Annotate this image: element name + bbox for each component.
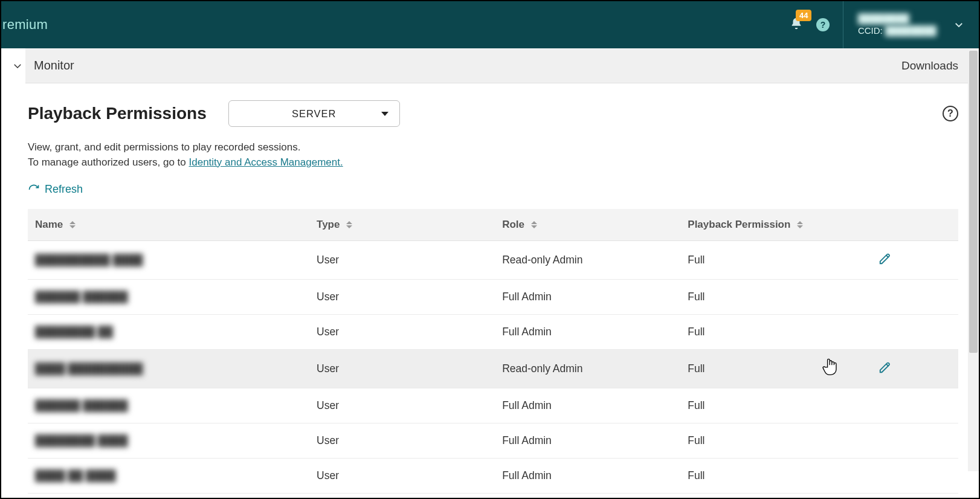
cell-permission: Full [680,279,866,314]
table-row[interactable]: ████████ ██UserFull AdminFull [28,314,958,349]
profile-name: ████████ [858,13,909,25]
top-bar: remium 44 ? ████████ CCID: ████████ [1,1,979,48]
table-row[interactable]: ████ ██ ████UserFull AdminFull [28,458,958,493]
sort-icon [531,221,537,228]
refresh-icon [28,184,40,196]
cell-type: User [309,423,495,458]
cell-permission: Full [680,349,866,388]
cell-permission: Full [680,458,866,493]
cell-role: Read-only Admin [495,349,680,388]
cell-action [866,314,958,349]
cell-name: ████████ ████ [28,423,309,458]
column-header-action [866,209,958,241]
sort-icon [69,221,76,228]
column-header-type[interactable]: Type [309,209,495,241]
profile-menu[interactable]: ████████ CCID: ████████ [843,1,964,48]
cell-type: User [309,240,495,279]
cell-permission: Full [680,388,866,423]
permissions-table: Name Type Role Playback Permission ███ [28,209,958,494]
table-row[interactable]: ██████ ██████UserFull AdminFull [28,279,958,314]
table-row[interactable]: ████████ ████UserFull AdminFull [28,423,958,458]
downloads-link[interactable]: Downloads [901,59,958,72]
ccid-value: ████████ [885,25,936,37]
scrollbar[interactable] [968,48,979,471]
cell-action [866,240,958,279]
cell-name: ████ ██ ████ [28,458,309,493]
user-name: ████████ ██ [35,326,113,338]
ccid-label: CCID: [858,25,883,36]
refresh-label: Refresh [45,183,83,196]
cell-name: ████ ██████████ [28,349,309,388]
page-help-button[interactable]: ? [943,106,958,121]
table-row[interactable]: ████ ██████████UserRead-only AdminFull [28,349,958,388]
column-header-role[interactable]: Role [495,209,680,241]
user-name: ██████ ██████ [35,291,128,303]
section-title: Monitor [34,59,74,72]
cell-type: User [309,349,495,388]
column-header-permission[interactable]: Playback Permission [680,209,866,241]
cell-type: User [309,314,495,349]
cell-permission: Full [680,423,866,458]
user-name: ██████ ██████ [35,399,128,412]
chevron-down-icon [953,19,964,30]
sort-icon [797,221,803,228]
top-bar-right: 44 ? ████████ CCID: ████████ [790,1,964,48]
cell-type: User [309,388,495,423]
cell-role: Full Admin [495,314,680,349]
description-line1: View, grant, and edit permissions to pla… [28,140,958,155]
cell-permission: Full [680,314,866,349]
cell-role: Full Admin [495,388,680,423]
cell-name: ████████ ██ [28,314,309,349]
description: View, grant, and edit permissions to pla… [28,140,958,170]
cell-type: User [309,458,495,493]
section-bar: Monitor Downloads [25,48,979,83]
scrollbar-thumb[interactable] [969,51,978,353]
cell-type: User [309,279,495,314]
server-select[interactable]: SERVER [228,100,400,127]
edit-icon[interactable] [878,361,892,374]
description-line2-prefix: To manage authorized users, go to [28,156,189,168]
sort-icon [346,221,352,228]
notifications-button[interactable]: 44 [790,17,803,33]
help-button[interactable]: ? [816,18,830,31]
user-name: ████ ██ ████ [35,469,116,482]
content-area: Playback Permissions SERVER ? View, gran… [1,83,979,494]
title-row: Playback Permissions SERVER ? [28,100,958,127]
cell-action [866,349,958,388]
identity-access-link[interactable]: Identity and Access Management. [189,156,343,168]
cell-action [866,458,958,493]
notifications-badge: 44 [796,10,811,21]
user-name: ████████ ████ [35,434,128,447]
table-row[interactable]: ██████ ██████UserFull AdminFull [28,388,958,423]
cell-name: ██████████ ████ [28,240,309,279]
page-title: Playback Permissions [28,104,207,123]
cell-role: Full Admin [495,423,680,458]
edit-icon[interactable] [878,252,892,265]
refresh-button[interactable]: Refresh [28,183,83,196]
cell-action [866,279,958,314]
caret-down-icon [381,112,388,116]
profile-text: ████████ CCID: ████████ [858,13,936,37]
cell-permission: Full [680,240,866,279]
cell-role: Read-only Admin [495,240,680,279]
cell-name: ██████ ██████ [28,279,309,314]
product-name-fragment: remium [1,17,48,33]
cell-action [866,423,958,458]
server-select-label: SERVER [292,108,337,120]
cell-role: Full Admin [495,458,680,493]
cell-role: Full Admin [495,279,680,314]
user-name: ████ ██████████ [35,362,143,375]
user-name: ██████████ ████ [35,254,143,266]
cell-name: ██████ ██████ [28,388,309,423]
table-row[interactable]: ██████████ ████UserRead-only AdminFull [28,240,958,279]
chevron-down-icon[interactable] [12,60,23,71]
cell-action [866,388,958,423]
column-header-name[interactable]: Name [28,209,309,241]
